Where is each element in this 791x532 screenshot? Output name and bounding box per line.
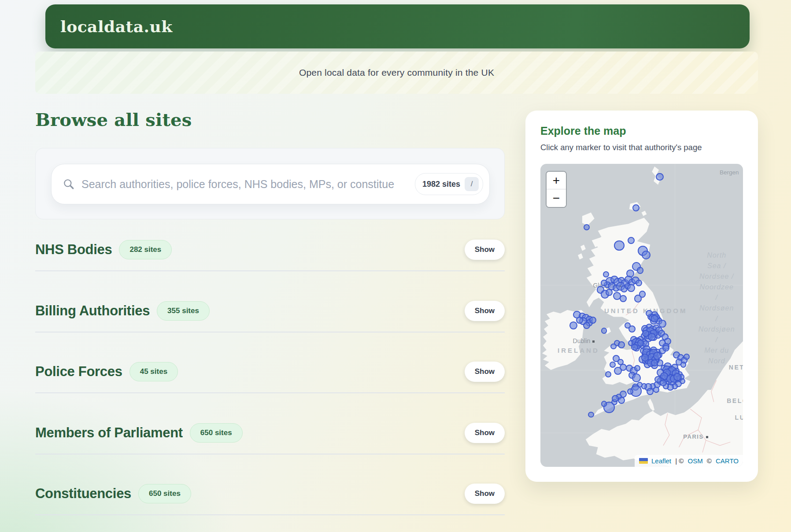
category-count-badge: 282 sites bbox=[119, 240, 172, 259]
keyboard-shortcut-key: / bbox=[465, 177, 479, 191]
tagline-banner: Open local data for every community in t… bbox=[35, 52, 758, 94]
category-row-billing-authorities: Billing Authorities 355 sites Show bbox=[35, 300, 505, 361]
show-button[interactable]: Show bbox=[465, 301, 505, 321]
divider bbox=[35, 514, 505, 515]
map-marker[interactable] bbox=[583, 322, 590, 329]
category-row-nhs-bodies: NHS Bodies 282 sites Show bbox=[35, 239, 505, 300]
show-button[interactable]: Show bbox=[465, 240, 505, 260]
attribution-separator: © bbox=[705, 457, 713, 465]
map-marker[interactable] bbox=[601, 328, 607, 334]
map[interactable]: NorthSea /Nordsee /Noordzee /Nordsøen /N… bbox=[540, 164, 743, 467]
map-marker[interactable] bbox=[620, 295, 627, 302]
attribution-separator: | © bbox=[673, 457, 685, 465]
map-marker[interactable] bbox=[662, 345, 669, 352]
map-marker[interactable] bbox=[631, 344, 638, 351]
site-count-badge: 1982 sites / bbox=[415, 173, 483, 195]
landmasses bbox=[542, 166, 743, 467]
map-marker[interactable] bbox=[610, 362, 616, 368]
map-subtitle: Click any marker to visit that authority… bbox=[540, 143, 743, 152]
map-marker[interactable] bbox=[601, 401, 607, 407]
map-marker[interactable] bbox=[634, 365, 640, 371]
divider bbox=[35, 332, 505, 332]
map-marker[interactable] bbox=[614, 240, 625, 251]
map-marker[interactable] bbox=[603, 271, 609, 277]
map-marker[interactable] bbox=[632, 204, 639, 211]
divider bbox=[35, 392, 505, 393]
zoom-out-button[interactable]: − bbox=[547, 189, 566, 207]
category-name: Members of Parliament bbox=[35, 425, 183, 441]
map-marker[interactable] bbox=[637, 267, 644, 274]
header-bar: localdata.uk bbox=[45, 4, 750, 48]
map-marker[interactable] bbox=[632, 373, 641, 382]
map-marker[interactable] bbox=[627, 388, 633, 395]
map-marker[interactable] bbox=[660, 380, 667, 387]
map-marker[interactable] bbox=[680, 362, 687, 368]
map-marker[interactable] bbox=[618, 397, 625, 404]
zoom-in-button[interactable]: + bbox=[547, 172, 566, 189]
map-marker[interactable] bbox=[605, 371, 611, 377]
category-row-members-of-parliament: Members of Parliament 650 sites Show bbox=[35, 422, 505, 483]
map-marker[interactable] bbox=[588, 412, 594, 418]
show-button[interactable]: Show bbox=[465, 484, 505, 504]
category-name: Constituencies bbox=[35, 486, 131, 502]
map-attribution: Leaflet | © OSM © CARTO bbox=[635, 455, 743, 467]
site-count-label: 1982 sites bbox=[422, 180, 460, 189]
ukraine-flag-icon bbox=[639, 458, 648, 464]
brand-logo[interactable]: localdata.uk bbox=[60, 17, 173, 36]
map-marker[interactable] bbox=[651, 315, 658, 323]
tagline-text: Open local data for every community in t… bbox=[299, 67, 494, 78]
category-row-police-forces: Police Forces 45 sites Show bbox=[35, 361, 505, 422]
divider bbox=[35, 270, 505, 271]
map-marker[interactable] bbox=[612, 395, 619, 402]
show-button[interactable]: Show bbox=[465, 423, 505, 443]
divider bbox=[35, 454, 505, 454]
show-button[interactable]: Show bbox=[465, 362, 505, 382]
category-row-constituencies: Constituencies 650 sites Show bbox=[35, 483, 505, 532]
map-marker[interactable] bbox=[618, 341, 625, 348]
map-marker[interactable] bbox=[584, 224, 590, 230]
page: localdata.uk Open local data for every c… bbox=[0, 0, 791, 532]
map-marker[interactable] bbox=[637, 340, 644, 347]
category-count-badge: 650 sites bbox=[190, 423, 243, 443]
osm-link[interactable]: OSM bbox=[688, 457, 702, 465]
category-count-badge: 650 sites bbox=[138, 484, 191, 503]
search-input[interactable] bbox=[81, 177, 415, 191]
carto-link[interactable]: CARTO bbox=[716, 457, 739, 465]
category-count-badge: 355 sites bbox=[157, 301, 210, 321]
search-box: 1982 sites / bbox=[51, 164, 490, 204]
map-marker[interactable] bbox=[648, 333, 656, 341]
map-marker[interactable] bbox=[628, 237, 635, 244]
map-marker[interactable] bbox=[627, 284, 635, 292]
map-title: Explore the map bbox=[540, 125, 743, 137]
map-marker[interactable] bbox=[589, 317, 596, 324]
page-title: Browse all sites bbox=[35, 109, 192, 130]
search-icon bbox=[63, 178, 74, 190]
map-zoom-control: + − bbox=[546, 171, 567, 208]
category-name: NHS Bodies bbox=[35, 242, 112, 258]
map-marker[interactable] bbox=[651, 359, 658, 366]
map-marker[interactable] bbox=[614, 367, 622, 375]
category-name: Billing Authorities bbox=[35, 303, 150, 319]
map-marker[interactable] bbox=[628, 325, 636, 332]
map-panel: Explore the map Click any marker to visi… bbox=[525, 111, 758, 482]
category-name: Police Forces bbox=[35, 364, 122, 380]
map-basemap bbox=[540, 164, 743, 467]
category-count-badge: 45 sites bbox=[129, 362, 178, 381]
leaflet-link[interactable]: Leaflet bbox=[651, 457, 671, 465]
search-card: 1982 sites / bbox=[35, 148, 505, 219]
